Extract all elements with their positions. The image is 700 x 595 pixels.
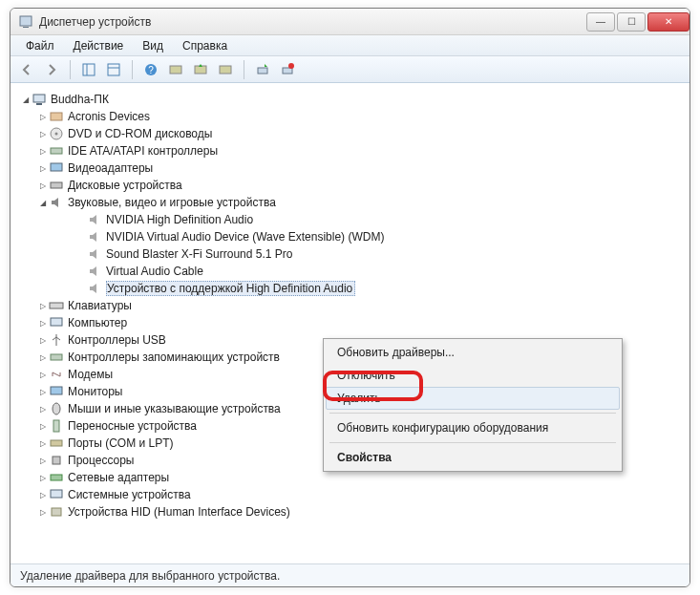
keyboard-icon (49, 298, 64, 313)
update-driver-button[interactable] (190, 59, 211, 80)
menu-help[interactable]: Справка (173, 37, 237, 54)
forward-button[interactable] (41, 59, 62, 80)
network-icon (49, 470, 64, 485)
expand-icon[interactable] (37, 351, 49, 363)
expand-icon[interactable] (37, 111, 49, 122)
svg-rect-22 (50, 303, 63, 308)
tree-item[interactable]: Virtual Audio Cable (16, 263, 684, 280)
menu-action[interactable]: Действие (64, 37, 134, 54)
mouse-icon (49, 401, 64, 416)
tree-item[interactable]: Устройства HID (Human Interface Devices) (16, 503, 684, 521)
ctx-properties[interactable]: Свойства (326, 446, 620, 469)
svg-rect-0 (20, 16, 32, 26)
svg-rect-20 (51, 163, 62, 171)
svg-rect-32 (52, 508, 61, 516)
tree-item[interactable]: Компьютер (16, 314, 684, 331)
usb-icon (49, 332, 64, 348)
tree-item-selected[interactable]: Устройство с поддержкой High Definition … (16, 280, 684, 297)
maximize-button[interactable]: ☐ (617, 12, 646, 32)
scan-hardware-button[interactable] (165, 59, 186, 80)
speaker-icon (87, 212, 102, 227)
expand-icon[interactable] (37, 437, 49, 449)
svg-rect-11 (258, 68, 267, 74)
close-button[interactable]: ✕ (647, 12, 689, 32)
expand-icon[interactable] (37, 162, 49, 174)
tree-item[interactable]: Видеоадаптеры (16, 159, 684, 177)
device-icon (49, 109, 64, 124)
expand-icon[interactable] (37, 420, 49, 432)
minimize-button[interactable]: — (586, 12, 615, 32)
expand-icon[interactable] (37, 369, 49, 380)
expand-icon[interactable] (37, 128, 49, 139)
svg-rect-31 (51, 490, 62, 498)
titlebar[interactable]: Диспетчер устройств — ☐ ✕ (11, 9, 689, 35)
expand-icon[interactable] (37, 317, 49, 329)
svg-rect-21 (51, 182, 62, 188)
modem-icon (49, 367, 64, 382)
computer-icon (49, 315, 64, 330)
tree-root[interactable]: Buddha-ПК (16, 91, 684, 108)
svg-rect-4 (108, 64, 119, 75)
expand-icon[interactable] (37, 489, 49, 500)
back-button[interactable] (16, 59, 37, 80)
tree-item[interactable]: Системные устройства (16, 486, 684, 503)
expand-icon[interactable] (37, 334, 49, 346)
speaker-icon (49, 195, 64, 210)
svg-rect-27 (53, 420, 59, 432)
expand-icon[interactable] (37, 506, 49, 518)
menu-file[interactable]: Файл (16, 37, 64, 54)
context-menu: Обновить драйверы... Отключить Удалить О… (323, 338, 623, 472)
svg-rect-10 (220, 66, 231, 74)
tree-item[interactable]: DVD и CD-ROM дисководы (16, 125, 684, 142)
help-button[interactable]: ? (140, 59, 161, 80)
status-text: Удаление драйвера для выбранного устройс… (20, 569, 280, 583)
ctx-update-drivers[interactable]: Обновить драйверы... (326, 341, 620, 364)
tree-item-sound[interactable]: Звуковые, видео и игровые устройства (16, 194, 684, 211)
svg-rect-23 (51, 318, 62, 326)
show-hide-tree-button[interactable] (78, 59, 99, 80)
tree-item[interactable]: NVIDIA Virtual Audio Device (Wave Extens… (16, 228, 684, 245)
speaker-icon (87, 281, 102, 296)
tree-item[interactable]: IDE ATA/ATAPI контроллеры (16, 142, 684, 159)
separator (329, 442, 616, 443)
tree-item[interactable]: Дисковые устройства (16, 177, 684, 194)
svg-rect-2 (83, 64, 95, 75)
expand-icon[interactable] (37, 472, 49, 483)
tree-item[interactable]: Клавиатуры (16, 297, 684, 314)
monitor-icon (49, 384, 64, 399)
expand-icon[interactable] (37, 300, 49, 311)
svg-rect-9 (195, 66, 206, 74)
port-icon (49, 436, 64, 451)
expand-icon[interactable] (37, 386, 49, 397)
disable-button[interactable] (277, 59, 298, 80)
storage-icon (49, 350, 64, 365)
svg-rect-15 (36, 103, 42, 105)
enable-button[interactable] (252, 59, 273, 80)
expand-icon[interactable] (37, 197, 49, 208)
window-controls: — ☐ ✕ (584, 12, 689, 32)
menu-view[interactable]: Вид (133, 37, 173, 54)
expand-icon[interactable] (37, 145, 49, 157)
properties-button[interactable] (103, 59, 124, 80)
svg-rect-24 (51, 354, 62, 360)
menubar: Файл Действие Вид Справка (11, 35, 689, 56)
window-title: Диспетчер устройств (39, 15, 584, 29)
toolbar: ? (11, 56, 689, 83)
device-tree[interactable]: Buddha-ПК Acronis Devices DVD и CD-ROM д… (11, 83, 689, 563)
expand-icon[interactable] (37, 180, 49, 191)
expand-icon[interactable] (20, 94, 32, 105)
svg-rect-16 (51, 113, 62, 120)
ctx-disable[interactable]: Отключить (326, 364, 620, 387)
expand-icon[interactable] (37, 455, 49, 466)
tree-item[interactable]: Sound Blaster X-Fi Surround 5.1 Pro (16, 245, 684, 263)
ctx-delete[interactable]: Удалить (326, 387, 620, 410)
svg-rect-30 (51, 475, 62, 480)
expand-icon[interactable] (37, 403, 49, 414)
ctx-refresh-config[interactable]: Обновить конфигурацию оборудования (326, 416, 620, 439)
statusbar: Удаление драйвера для выбранного устройс… (11, 563, 689, 586)
tree-item[interactable]: Acronis Devices (16, 108, 684, 125)
uninstall-button[interactable] (215, 59, 236, 80)
tree-item[interactable]: NVIDIA High Definition Audio (16, 211, 684, 228)
separator (244, 60, 244, 79)
disk-icon (49, 178, 64, 193)
